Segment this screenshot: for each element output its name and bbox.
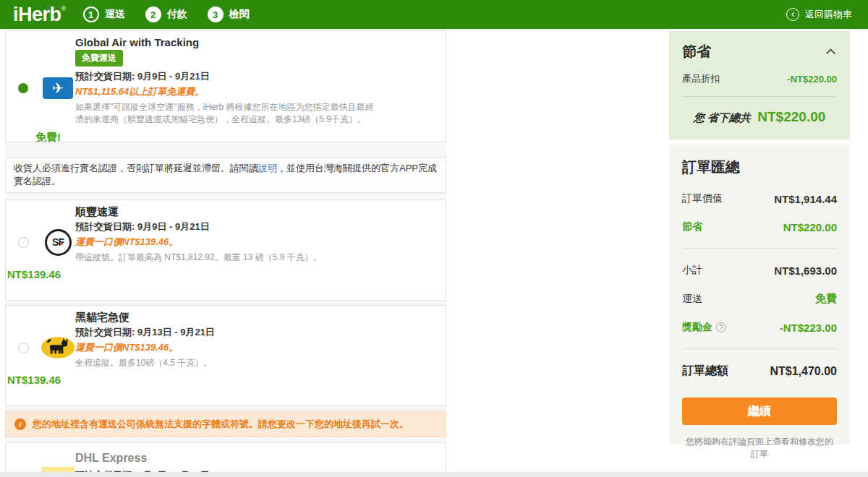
- rewards-amount: -NT$223.00: [780, 322, 837, 334]
- total-savings-value: NT$220.00: [757, 109, 825, 124]
- shipping-amount: 免費: [815, 292, 837, 306]
- savings-panel-title: 節省: [682, 42, 711, 61]
- step-1-label: 運送: [105, 8, 125, 21]
- checkout-header: iHerb ® 1 運送 2 付款 3 檢閱 ‹ 返回購物車: [0, 0, 868, 29]
- back-to-cart-label: 返回購物車: [805, 8, 852, 21]
- airplane-glyph: ✈: [52, 80, 64, 97]
- savings-label: 節省: [682, 220, 702, 233]
- checkout-steps: 1 運送 2 付款 3 檢閱: [83, 7, 250, 22]
- shipping-options-list: Global Air with Tracking ✈ 免費運送 預計交貨日期: …: [5, 29, 446, 473]
- step-shipping[interactable]: 1 運送: [83, 7, 125, 22]
- collapse-chevron-icon[interactable]: [826, 48, 835, 58]
- rewards-label: 獎勵金: [682, 321, 712, 334]
- delivery-dates-black-cat: 預計交貨日期: 9月13日 - 9月21日: [75, 326, 435, 339]
- total-savings-line: 您 省下總共 NT$220.00: [682, 109, 837, 125]
- summary-divider-1: [682, 248, 837, 249]
- step-1-circle: 1: [83, 7, 99, 22]
- option-description-black-cat: 全程追蹤。最多10磅（4.5 千克）。: [75, 357, 435, 369]
- order-total-label: 訂單總額: [682, 364, 728, 379]
- step-2-circle: 2: [145, 7, 161, 22]
- shipping-option-dhl[interactable]: DHL Express DHL 預計交貨日期: 9月9日 - 9月20日 全程追…: [5, 442, 446, 473]
- address-warning: i 您的地址裡含有運送公司係統無法支援的字體或符號。請您更改一下您的地址後再試一…: [5, 411, 446, 437]
- order-value-amount: NT$1,914.44: [774, 193, 837, 205]
- subtotal-row: 小計 NT$1,693.00: [682, 264, 837, 277]
- info-glyph: i: [19, 420, 21, 429]
- product-discount-value: -NT$220.00: [787, 74, 837, 85]
- step-review[interactable]: 3 檢閱: [208, 7, 250, 22]
- shipping-label: 運送: [682, 293, 702, 306]
- promo-text-global-air: NT$1,115.64以上訂單免運費。: [75, 85, 435, 98]
- savings-divider: [682, 96, 837, 97]
- option-description-sf: 帶追蹤號。訂單最高為 NT$1,812.92。最重 13 磅（5.9 千克）。: [75, 252, 435, 264]
- step-3-circle: 3: [208, 7, 224, 22]
- sf-express-logo-icon: SF: [45, 229, 72, 256]
- step-2-label: 付款: [167, 8, 187, 21]
- option-title-dhl: DHL Express: [75, 452, 446, 465]
- promo-text-sf: 運費一口價NT$139.46。: [75, 236, 435, 249]
- radio-global-air[interactable]: [18, 83, 28, 93]
- order-summary-title: 訂單匯總: [682, 158, 837, 177]
- option-price-global-air: 免費!: [6, 126, 446, 142]
- shipping-option-sf-express[interactable]: 順豐速運 SF 預計交貨日期: 9月9日 - 9月21日 運費一口價NT$139…: [5, 199, 446, 301]
- rewards-row: 獎勵金 ? -NT$223.00: [682, 321, 837, 334]
- option-description-line2: 濟的承運商（順豐速運或黑貓宅急便），全程追蹤。最多13磅（5.9千克）。: [75, 113, 435, 126]
- option-title-sf: 順豐速運: [75, 205, 446, 219]
- radio-black-cat[interactable]: [18, 343, 29, 353]
- savings-amount: NT$220.00: [783, 221, 837, 233]
- step-3-label: 檢閱: [229, 8, 250, 21]
- subtotal-label: 小計: [682, 264, 702, 277]
- delivery-dates-sf: 預計交貨日期: 9月9日 - 9月21日: [75, 220, 435, 233]
- subtotal-amount: NT$1,693.00: [774, 265, 837, 277]
- realname-notice-text-pre: 收貨人必須進行實名認證，否則訂單將延遲並滯留。請閱讀: [14, 163, 258, 173]
- page-bottom-strip: [0, 472, 868, 477]
- realname-notice: 收貨人必須進行實名認證，否則訂單將延遲並滯留。請閱讀說明，並使用台灣海關提供的官…: [5, 158, 446, 193]
- address-warning-text: 您的地址裡含有運送公司係統無法支援的字體或符號。請您更改一下您的地址後再試一次。: [33, 418, 409, 431]
- product-discount-row: 產品折扣 -NT$220.00: [682, 72, 837, 85]
- option-description-line1: 如果選擇"可跟蹤全球空運"服務，iHerb 將根據您所在地區为您指定最快且最經: [75, 101, 435, 113]
- option-title-global-air: Global Air with Tracking: [75, 36, 446, 48]
- savings-panel: 節省 產品折扣 -NT$220.00 您 省下總共 NT$220.00: [669, 30, 850, 139]
- total-savings-label: 您 省下總共: [694, 111, 751, 124]
- chevron-left-icon: ‹: [786, 8, 799, 21]
- free-shipping-badge: 免費運送: [75, 50, 123, 66]
- delivery-dates-global-air: 預計交貨日期: 9月9日 - 9月21日: [75, 70, 435, 83]
- option-price-sf: NT$139.46: [6, 264, 446, 288]
- product-discount-label: 產品折扣: [682, 72, 720, 85]
- promo-text-black-cat: 運費一口價NT$139.46。: [75, 341, 435, 354]
- summary-divider-2: [682, 348, 837, 349]
- registered-mark: ®: [61, 6, 66, 25]
- iherb-logo-text: iHerb: [13, 5, 61, 25]
- shipping-row: 運送 免費: [682, 292, 837, 306]
- question-glyph: ?: [719, 324, 723, 332]
- back-to-cart-link[interactable]: ‹ 返回購物車: [786, 0, 852, 29]
- black-cat-logo-icon: [41, 335, 75, 360]
- info-icon: i: [14, 418, 26, 430]
- order-value-label: 訂單價值: [682, 192, 723, 205]
- step-payment[interactable]: 2 付款: [145, 7, 187, 22]
- option-title-black-cat: 黑貓宅急便: [75, 311, 446, 325]
- continue-button[interactable]: 繼續: [682, 398, 837, 425]
- review-note: 您將能夠在評論頁面上查看和修改您的訂單: [682, 436, 837, 460]
- radio-sf-express[interactable]: [18, 237, 29, 248]
- order-total-amount: NT$1,470.00: [770, 365, 837, 378]
- rewards-help-icon[interactable]: ?: [716, 322, 726, 332]
- shipping-option-global-air[interactable]: Global Air with Tracking ✈ 免費運送 預計交貨日期: …: [5, 30, 446, 142]
- iherb-logo[interactable]: iHerb ®: [13, 5, 66, 25]
- order-value-row: 訂單價值 NT$1,914.44: [682, 192, 837, 205]
- option-price-black-cat: NT$139.46: [6, 369, 446, 393]
- shipping-option-black-cat[interactable]: 黑貓宅急便 預計交貨日期: 9月13日 - 9月21日: [5, 305, 446, 406]
- order-summary-panel: 訂單匯總 訂單價值 NT$1,914.44 節省 NT$220.00 小計 NT…: [669, 145, 850, 444]
- instructions-link[interactable]: 說明: [258, 163, 277, 173]
- order-total-row: 訂單總額 NT$1,470.00: [682, 364, 837, 379]
- savings-row: 節省 NT$220.00: [682, 220, 837, 233]
- sf-logo-dot: [60, 242, 63, 245]
- airplane-icon: ✈: [43, 77, 73, 99]
